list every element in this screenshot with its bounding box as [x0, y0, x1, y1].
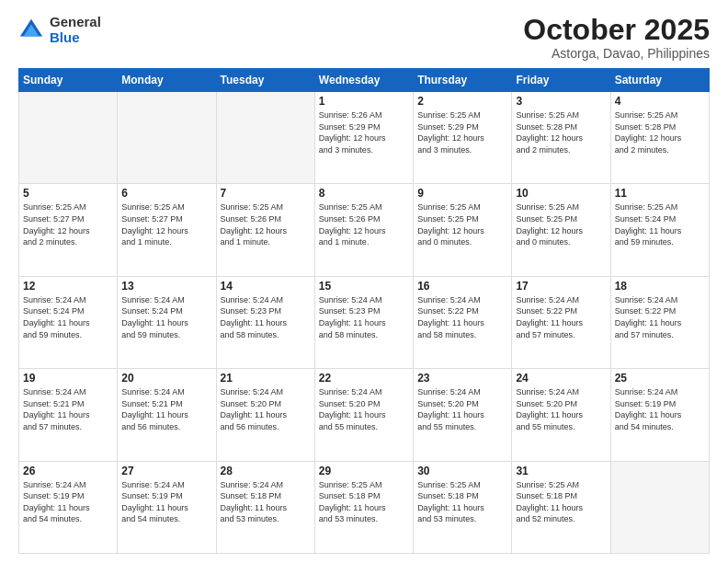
- day-info: Sunrise: 5:24 AM Sunset: 5:19 PM Dayligh…: [615, 386, 705, 432]
- day-number: 20: [121, 372, 211, 385]
- day-info: Sunrise: 5:25 AM Sunset: 5:28 PM Dayligh…: [516, 109, 606, 155]
- day-info: Sunrise: 5:24 AM Sunset: 5:23 PM Dayligh…: [319, 294, 409, 340]
- logo-icon: [18, 17, 44, 43]
- day-number: 1: [319, 95, 409, 108]
- day-info: Sunrise: 5:24 AM Sunset: 5:21 PM Dayligh…: [23, 386, 113, 432]
- day-info: Sunrise: 5:24 AM Sunset: 5:20 PM Dayligh…: [417, 386, 507, 432]
- calendar-cell: 20Sunrise: 5:24 AM Sunset: 5:21 PM Dayli…: [118, 369, 216, 461]
- day-number: 9: [417, 187, 507, 200]
- day-info: Sunrise: 5:24 AM Sunset: 5:20 PM Dayligh…: [516, 386, 606, 432]
- day-number: 19: [23, 372, 113, 385]
- calendar-cell: 4Sunrise: 5:25 AM Sunset: 5:28 PM Daylig…: [610, 92, 709, 184]
- calendar-cell: 26Sunrise: 5:24 AM Sunset: 5:19 PM Dayli…: [19, 461, 118, 553]
- day-number: 10: [516, 187, 606, 200]
- weekday-header-saturday: Saturday: [610, 69, 709, 92]
- calendar-cell: 22Sunrise: 5:24 AM Sunset: 5:20 PM Dayli…: [314, 369, 413, 461]
- calendar-cell: 19Sunrise: 5:24 AM Sunset: 5:21 PM Dayli…: [19, 369, 118, 461]
- calendar-header: SundayMondayTuesdayWednesdayThursdayFrid…: [19, 69, 710, 92]
- day-number: 13: [121, 280, 211, 293]
- weekday-header-tuesday: Tuesday: [216, 69, 314, 92]
- calendar-cell: 27Sunrise: 5:24 AM Sunset: 5:19 PM Dayli…: [118, 461, 216, 553]
- day-number: 22: [319, 372, 409, 385]
- calendar-cell: 16Sunrise: 5:24 AM Sunset: 5:22 PM Dayli…: [414, 276, 512, 368]
- calendar-cell: 15Sunrise: 5:24 AM Sunset: 5:23 PM Dayli…: [314, 276, 413, 368]
- weekday-header-row: SundayMondayTuesdayWednesdayThursdayFrid…: [19, 69, 710, 92]
- day-info: Sunrise: 5:25 AM Sunset: 5:29 PM Dayligh…: [417, 109, 507, 155]
- page: General Blue October 2025 Astorga, Davao…: [0, 0, 728, 563]
- calendar-cell: 10Sunrise: 5:25 AM Sunset: 5:25 PM Dayli…: [512, 184, 610, 276]
- day-number: 27: [121, 465, 211, 477]
- day-number: 15: [319, 280, 409, 293]
- month-title: October 2025: [523, 15, 710, 44]
- day-info: Sunrise: 5:25 AM Sunset: 5:25 PM Dayligh…: [516, 201, 606, 247]
- day-info: Sunrise: 5:24 AM Sunset: 5:19 PM Dayligh…: [121, 479, 211, 525]
- day-info: Sunrise: 5:24 AM Sunset: 5:22 PM Dayligh…: [516, 294, 606, 340]
- day-number: 14: [221, 280, 311, 293]
- day-info: Sunrise: 5:24 AM Sunset: 5:20 PM Dayligh…: [319, 386, 409, 432]
- day-info: Sunrise: 5:25 AM Sunset: 5:18 PM Dayligh…: [516, 479, 606, 525]
- day-info: Sunrise: 5:26 AM Sunset: 5:29 PM Dayligh…: [319, 109, 409, 155]
- calendar-cell: 25Sunrise: 5:24 AM Sunset: 5:19 PM Dayli…: [610, 369, 709, 461]
- calendar-cell: 28Sunrise: 5:24 AM Sunset: 5:18 PM Dayli…: [216, 461, 314, 553]
- day-number: 2: [417, 95, 507, 108]
- calendar-cell: 6Sunrise: 5:25 AM Sunset: 5:27 PM Daylig…: [118, 184, 216, 276]
- day-number: 7: [221, 187, 311, 200]
- day-number: 6: [121, 187, 211, 200]
- day-number: 23: [417, 372, 507, 385]
- calendar-cell: 14Sunrise: 5:24 AM Sunset: 5:23 PM Dayli…: [216, 276, 314, 368]
- calendar-week-1: 1Sunrise: 5:26 AM Sunset: 5:29 PM Daylig…: [19, 92, 710, 184]
- day-number: 25: [615, 372, 705, 385]
- calendar-cell: 7Sunrise: 5:25 AM Sunset: 5:26 PM Daylig…: [216, 184, 314, 276]
- calendar-cell: 8Sunrise: 5:25 AM Sunset: 5:26 PM Daylig…: [314, 184, 413, 276]
- day-number: 28: [221, 465, 311, 477]
- calendar-cell: 5Sunrise: 5:25 AM Sunset: 5:27 PM Daylig…: [19, 184, 118, 276]
- day-number: 17: [516, 280, 606, 293]
- calendar-cell: 30Sunrise: 5:25 AM Sunset: 5:18 PM Dayli…: [414, 461, 512, 553]
- calendar-cell: 11Sunrise: 5:25 AM Sunset: 5:24 PM Dayli…: [610, 184, 709, 276]
- calendar-cell: [216, 92, 314, 184]
- day-number: 30: [417, 465, 507, 477]
- day-info: Sunrise: 5:25 AM Sunset: 5:26 PM Dayligh…: [221, 201, 311, 247]
- day-info: Sunrise: 5:24 AM Sunset: 5:24 PM Dayligh…: [23, 294, 113, 340]
- calendar-week-3: 12Sunrise: 5:24 AM Sunset: 5:24 PM Dayli…: [19, 276, 710, 368]
- logo-general-label: General: [50, 15, 101, 30]
- day-info: Sunrise: 5:24 AM Sunset: 5:20 PM Dayligh…: [221, 386, 311, 432]
- logo-text: General Blue: [50, 15, 101, 45]
- day-number: 21: [221, 372, 311, 385]
- calendar-table: SundayMondayTuesdayWednesdayThursdayFrid…: [18, 68, 710, 554]
- day-info: Sunrise: 5:25 AM Sunset: 5:28 PM Dayligh…: [615, 109, 705, 155]
- day-info: Sunrise: 5:25 AM Sunset: 5:26 PM Dayligh…: [319, 201, 409, 247]
- day-info: Sunrise: 5:25 AM Sunset: 5:18 PM Dayligh…: [319, 479, 409, 525]
- day-number: 5: [23, 187, 113, 200]
- day-info: Sunrise: 5:24 AM Sunset: 5:18 PM Dayligh…: [221, 479, 311, 525]
- day-number: 26: [23, 465, 113, 477]
- day-info: Sunrise: 5:25 AM Sunset: 5:24 PM Dayligh…: [615, 201, 705, 247]
- title-section: October 2025 Astorga, Davao, Philippines: [523, 15, 710, 61]
- calendar-cell: 17Sunrise: 5:24 AM Sunset: 5:22 PM Dayli…: [512, 276, 610, 368]
- calendar-cell: 13Sunrise: 5:24 AM Sunset: 5:24 PM Dayli…: [118, 276, 216, 368]
- calendar-cell: 24Sunrise: 5:24 AM Sunset: 5:20 PM Dayli…: [512, 369, 610, 461]
- day-info: Sunrise: 5:24 AM Sunset: 5:22 PM Dayligh…: [417, 294, 507, 340]
- day-number: 31: [516, 465, 606, 477]
- calendar-week-4: 19Sunrise: 5:24 AM Sunset: 5:21 PM Dayli…: [19, 369, 710, 461]
- day-number: 3: [516, 95, 606, 108]
- day-info: Sunrise: 5:24 AM Sunset: 5:19 PM Dayligh…: [23, 479, 113, 525]
- calendar-cell: [19, 92, 118, 184]
- logo: General Blue: [18, 15, 101, 45]
- day-info: Sunrise: 5:25 AM Sunset: 5:27 PM Dayligh…: [23, 201, 113, 247]
- day-number: 16: [417, 280, 507, 293]
- calendar-cell: 12Sunrise: 5:24 AM Sunset: 5:24 PM Dayli…: [19, 276, 118, 368]
- day-number: 24: [516, 372, 606, 385]
- day-info: Sunrise: 5:25 AM Sunset: 5:27 PM Dayligh…: [121, 201, 211, 247]
- logo-blue-label: Blue: [50, 30, 101, 46]
- day-info: Sunrise: 5:25 AM Sunset: 5:25 PM Dayligh…: [417, 201, 507, 247]
- calendar-cell: 23Sunrise: 5:24 AM Sunset: 5:20 PM Dayli…: [414, 369, 512, 461]
- calendar-cell: [610, 461, 709, 553]
- calendar-cell: 21Sunrise: 5:24 AM Sunset: 5:20 PM Dayli…: [216, 369, 314, 461]
- day-info: Sunrise: 5:24 AM Sunset: 5:23 PM Dayligh…: [221, 294, 311, 340]
- calendar-cell: 9Sunrise: 5:25 AM Sunset: 5:25 PM Daylig…: [414, 184, 512, 276]
- weekday-header-monday: Monday: [118, 69, 216, 92]
- day-info: Sunrise: 5:25 AM Sunset: 5:18 PM Dayligh…: [417, 479, 507, 525]
- calendar-body: 1Sunrise: 5:26 AM Sunset: 5:29 PM Daylig…: [19, 92, 710, 554]
- day-number: 29: [319, 465, 409, 477]
